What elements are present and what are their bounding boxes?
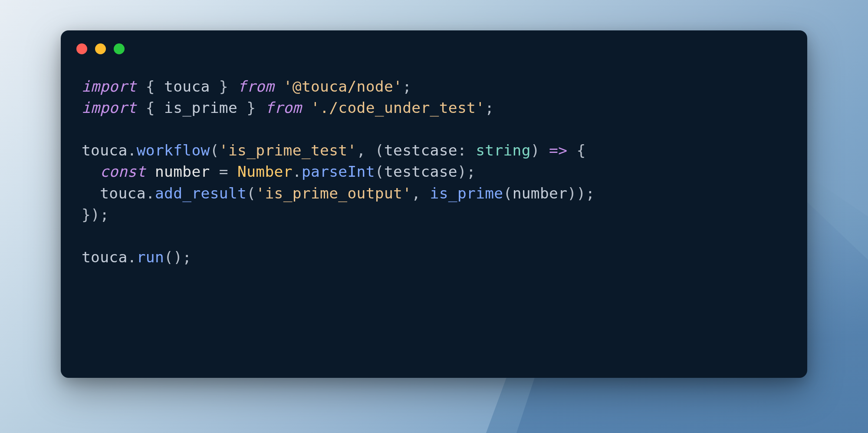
identifier-number: number <box>513 185 568 202</box>
dot: . <box>293 163 302 180</box>
space <box>146 163 155 180</box>
code-block: import { touca } from '@touca/node'; imp… <box>61 59 807 285</box>
identifier-is-prime: is_prime <box>164 99 237 116</box>
method-workflow: workflow <box>137 142 210 159</box>
var-number: number <box>155 163 210 180</box>
type-string: string <box>476 142 531 159</box>
brace-close: } <box>237 99 265 116</box>
string-literal: 'is_prime_test' <box>219 142 357 159</box>
code-window: import { touca } from '@touca/node'; imp… <box>61 30 807 378</box>
brace-open: { <box>137 78 164 95</box>
comma: , <box>411 185 430 202</box>
dot: . <box>128 248 137 266</box>
param-testcase: testcase <box>384 142 457 159</box>
comma-paren: , ( <box>357 142 384 159</box>
indent <box>82 163 100 180</box>
arrow-operator: => <box>549 142 567 159</box>
method-parseint: parseInt <box>302 163 375 180</box>
space <box>274 78 283 95</box>
dot: . <box>146 185 155 202</box>
paren-open: ( <box>210 142 219 159</box>
semicolon: ; <box>485 99 494 116</box>
dot: . <box>128 142 137 159</box>
close-icon[interactable] <box>76 43 87 54</box>
keyword-import: import <box>82 78 137 95</box>
keyword-from: from <box>237 78 274 95</box>
space <box>302 99 311 116</box>
equals: = <box>210 163 237 180</box>
keyword-const: const <box>100 163 146 180</box>
identifier-touca: touca <box>82 142 128 159</box>
brace-open: { <box>137 99 164 116</box>
string-literal: './code_under_test' <box>311 99 485 116</box>
keyword-from: from <box>265 99 301 116</box>
parens-semi: (); <box>164 248 191 266</box>
identifier-touca: touca <box>82 248 128 266</box>
method-run: run <box>137 248 164 266</box>
semicolon: ; <box>402 78 411 95</box>
minimize-icon[interactable] <box>95 43 106 54</box>
maximize-icon[interactable] <box>114 43 125 54</box>
paren-close: ) <box>531 142 549 159</box>
brace-close: } <box>210 78 237 95</box>
paren-open: ( <box>503 185 513 202</box>
closing-brace-paren-semi: }); <box>82 206 109 223</box>
paren-close: )); <box>567 185 595 202</box>
class-number: Number <box>237 163 293 180</box>
identifier-testcase: testcase <box>384 163 457 180</box>
function-is-prime: is_prime <box>430 185 503 202</box>
brace-open: { <box>567 142 585 159</box>
indent <box>82 185 100 202</box>
string-literal: '@touca/node' <box>283 78 403 95</box>
string-literal: 'is_prime_output' <box>256 185 411 202</box>
keyword-import: import <box>82 99 137 116</box>
paren-open: ( <box>247 185 256 202</box>
paren-close-semi: ); <box>457 163 476 180</box>
identifier-touca: touca <box>100 185 146 202</box>
method-add-result: add_result <box>155 185 247 202</box>
paren-open: ( <box>375 163 384 180</box>
colon: : <box>457 142 476 159</box>
identifier-touca: touca <box>164 78 210 95</box>
window-titlebar <box>61 30 807 59</box>
